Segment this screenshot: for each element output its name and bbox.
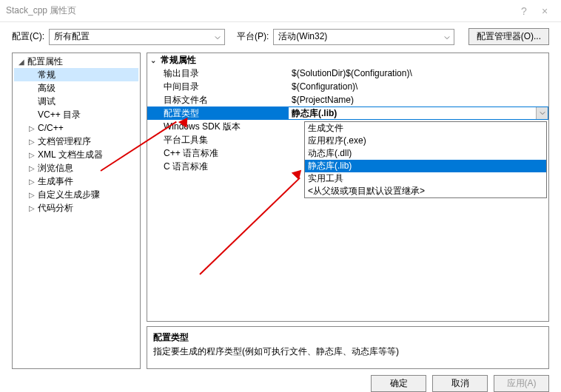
expand-icon: ▷ [27, 190, 36, 199]
close-button[interactable]: × [534, 5, 555, 17]
property-value[interactable]: $(ProjectName) [288, 93, 548, 107]
tree-item[interactable]: ▷文档管理程序 [14, 135, 138, 148]
tree-item[interactable]: 调试 [14, 95, 138, 108]
description-panel: 配置类型 指定要生成的程序类型(例如可执行文件、静态库、动态库等等) [147, 326, 549, 369]
property-name: 目标文件名 [147, 93, 288, 107]
property-value[interactable]: 静态库(.lib) [288, 107, 548, 120]
tree-item-label: VC++ 目录 [38, 109, 81, 121]
tree-item[interactable]: 常规 [14, 68, 138, 81]
chevron-down-icon [215, 35, 221, 41]
tree-root[interactable]: ◢ 配置属性 [14, 55, 138, 68]
description-text: 指定要生成的程序类型(例如可执行文件、静态库、动态库等等) [153, 345, 542, 358]
tree-item-label: 自定义生成步骤 [38, 189, 100, 201]
dropdown-item[interactable]: 应用程序(.exe) [305, 135, 546, 147]
tree-item[interactable]: ▷生成事件 [14, 175, 138, 188]
config-bar: 配置(C): 所有配置 平台(P): 活动(Win32) 配置管理器(O)... [0, 22, 561, 53]
cancel-button[interactable]: 取消 [432, 375, 488, 392]
spacer [27, 97, 36, 106]
platform-dropdown[interactable]: 活动(Win32) [273, 29, 454, 45]
dropdown-item[interactable]: <从父级或项目默认设置继承> [305, 185, 546, 197]
property-row[interactable]: 中间目录$(Configuration)\ [147, 80, 548, 93]
property-name: 平台工具集 [147, 133, 288, 146]
property-row[interactable]: 目标文件名$(ProjectName) [147, 93, 548, 107]
help-button[interactable]: ? [514, 5, 534, 17]
expand-icon: ▷ [27, 124, 36, 132]
tree-panel: ◢ 配置属性 常规高级调试VC++ 目录▷C/C++▷文档管理程序▷XML 文档… [12, 53, 141, 369]
property-name: C 语言标准 [147, 160, 288, 173]
spacer [27, 110, 36, 119]
spacer [27, 70, 36, 79]
dropdown-item[interactable]: 动态库(.dll) [305, 147, 546, 160]
expand-icon: ▷ [27, 163, 36, 172]
dropdown-item[interactable]: 生成文件 [305, 122, 546, 135]
property-grid: ⌄ 常规属性 输出目录$(SolutionDir)$(Configuration… [147, 53, 549, 322]
spacer [27, 84, 36, 92]
ok-button[interactable]: 确定 [371, 375, 426, 392]
config-type-dropdown: 生成文件应用程序(.exe)动态库(.dll)静态库(.lib)实用工具<从父级… [304, 121, 547, 198]
dropdown-button[interactable] [536, 107, 548, 119]
collapse-icon: ◢ [17, 57, 26, 66]
tree-item[interactable]: ▷浏览信息 [14, 161, 138, 175]
expand-icon: ▷ [27, 137, 36, 146]
tree-item-label: 高级 [38, 82, 56, 95]
tree-item[interactable]: ▷自定义生成步骤 [14, 188, 138, 201]
group-header[interactable]: ⌄ 常规属性 [147, 53, 548, 67]
tree-item-label: C/C++ [38, 123, 64, 133]
chevron-down-icon: ⌄ [150, 56, 161, 64]
tree-item[interactable]: VC++ 目录 [14, 108, 138, 121]
expand-icon: ▷ [27, 150, 36, 159]
tree-item-label: 浏览信息 [38, 162, 73, 175]
property-name: C++ 语言标准 [147, 146, 288, 160]
tree-item-label: 代码分析 [38, 202, 73, 214]
property-row[interactable]: 配置类型静态库(.lib) [147, 107, 548, 120]
property-name: 输出目录 [147, 67, 288, 80]
description-title: 配置类型 [153, 331, 542, 344]
window-title: Stack_cpp 属性页 [6, 4, 514, 17]
tree-item[interactable]: ▷代码分析 [14, 201, 138, 214]
dropdown-item[interactable]: 静态库(.lib) [305, 160, 546, 172]
property-value[interactable]: $(SolutionDir)$(Configuration)\ [288, 67, 548, 80]
tree-item-label: XML 文档生成器 [38, 149, 103, 161]
titlebar: Stack_cpp 属性页 ? × [0, 0, 561, 22]
property-row[interactable]: 输出目录$(SolutionDir)$(Configuration)\ [147, 67, 548, 80]
chevron-down-icon [444, 35, 450, 41]
config-dropdown[interactable]: 所有配置 [49, 29, 225, 45]
tree-item-label: 文档管理程序 [38, 135, 91, 148]
config-value: 所有配置 [54, 30, 90, 43]
button-bar: 确定 取消 应用(A) [0, 369, 561, 392]
chevron-down-icon [540, 110, 545, 116]
tree-item[interactable]: 高级 [14, 81, 138, 95]
property-value[interactable]: $(Configuration)\ [288, 80, 548, 93]
tree-item[interactable]: ▷C/C++ [14, 121, 138, 135]
config-label: 配置(C): [12, 30, 44, 43]
expand-icon: ▷ [27, 203, 36, 212]
tree-item-label: 调试 [38, 95, 56, 108]
tree-item-label: 生成事件 [38, 175, 73, 188]
dropdown-item[interactable]: 实用工具 [305, 172, 546, 185]
platform-label: 平台(P): [237, 30, 269, 43]
property-name: 中间目录 [147, 80, 288, 93]
tree-item-label: 常规 [38, 69, 56, 81]
platform-value: 活动(Win32) [278, 30, 327, 43]
property-name: 配置类型 [147, 107, 288, 120]
apply-button[interactable]: 应用(A) [494, 375, 549, 392]
expand-icon: ▷ [27, 177, 36, 186]
config-manager-button[interactable]: 配置管理器(O)... [468, 28, 549, 45]
